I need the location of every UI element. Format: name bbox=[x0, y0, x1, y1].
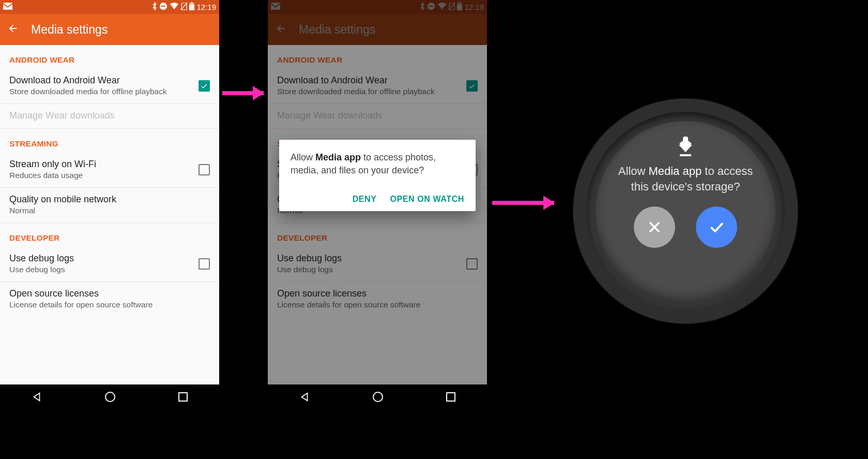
nav-recent-icon[interactable] bbox=[446, 392, 456, 404]
nav-back-icon[interactable] bbox=[31, 391, 42, 405]
row-subtitle: Store downloaded media for offline playb… bbox=[9, 87, 194, 96]
flow-arrow-1 bbox=[222, 91, 264, 95]
watch-dialog-message: Allow Media app to access this device's … bbox=[609, 164, 762, 194]
svg-rect-17 bbox=[447, 393, 455, 401]
row-title: Open source licenses bbox=[9, 288, 206, 299]
permission-dialog: Allow Media app to access photos, media,… bbox=[279, 140, 476, 211]
nav-home-icon[interactable] bbox=[372, 391, 384, 405]
battery-icon bbox=[189, 2, 194, 12]
row-subtitle: Normal bbox=[9, 206, 206, 215]
nav-home-icon[interactable] bbox=[104, 391, 116, 405]
section-header-developer: DEVELOPER bbox=[0, 223, 219, 247]
back-icon[interactable] bbox=[7, 23, 19, 36]
row-subtitle: Reduces data usage bbox=[9, 171, 194, 180]
row-debug-logs[interactable]: Use debug logs Use debug logs bbox=[0, 247, 219, 282]
gmail-icon bbox=[3, 3, 12, 11]
row-subtitle: License details for open source software bbox=[9, 300, 206, 309]
row-title: Stream only on Wi-Fi bbox=[9, 159, 194, 170]
row-title: Quality on mobile network bbox=[9, 194, 206, 205]
watch-deny-button[interactable] bbox=[634, 206, 675, 248]
nav-bar bbox=[268, 384, 487, 411]
row-title: Manage Wear downloads bbox=[9, 110, 206, 121]
dnd-icon bbox=[159, 2, 167, 12]
deny-button[interactable]: DENY bbox=[353, 195, 377, 204]
row-subtitle: Use debug logs bbox=[9, 265, 194, 274]
watch-bezel: Allow Media app to access this device's … bbox=[573, 98, 798, 324]
row-download-to-wear[interactable]: Download to Android Wear Store downloade… bbox=[0, 69, 219, 104]
checkbox-debug-logs[interactable] bbox=[199, 258, 210, 270]
svg-rect-4 bbox=[191, 2, 193, 3]
nav-recent-icon[interactable] bbox=[178, 392, 188, 404]
svg-point-7 bbox=[105, 392, 115, 402]
nav-back-icon[interactable] bbox=[299, 391, 310, 405]
nosim-icon bbox=[181, 3, 187, 12]
section-header-streaming: STREAMING bbox=[0, 129, 219, 153]
row-quality-mobile[interactable]: Quality on mobile network Normal bbox=[0, 188, 219, 223]
row-title: Download to Android Wear bbox=[9, 75, 194, 86]
bluetooth-icon bbox=[152, 2, 157, 12]
row-title: Use debug logs bbox=[9, 253, 194, 264]
nav-bar bbox=[0, 384, 219, 411]
watch-permission-screen: Allow Media app to access this device's … bbox=[573, 98, 798, 324]
page-title: Media settings bbox=[31, 23, 108, 37]
settings-list: ANDROID WEAR Download to Android Wear St… bbox=[0, 45, 219, 384]
svg-rect-18 bbox=[680, 154, 691, 156]
checkbox-stream-wifi[interactable] bbox=[199, 164, 210, 175]
status-bar: 12:19 bbox=[0, 0, 219, 14]
svg-rect-6 bbox=[189, 3, 194, 5]
row-open-source-licenses[interactable]: Open source licenses License details for… bbox=[0, 282, 219, 317]
svg-rect-2 bbox=[161, 6, 165, 7]
svg-rect-0 bbox=[3, 3, 12, 10]
dialog-message: Allow Media app to access photos, media,… bbox=[291, 151, 464, 177]
flow-arrow-2 bbox=[492, 201, 554, 205]
phone-permission-dialog-screen: 12:19 Media settings ANDROID WEAR Downlo… bbox=[268, 0, 487, 411]
download-icon bbox=[677, 137, 694, 159]
open-on-watch-button[interactable]: OPEN ON WATCH bbox=[390, 195, 464, 204]
row-manage-wear-downloads[interactable]: Manage Wear downloads bbox=[0, 104, 219, 129]
svg-rect-8 bbox=[179, 393, 187, 401]
wifi-icon bbox=[170, 3, 179, 11]
phone-settings-screen: 12:19 Media settings ANDROID WEAR Downlo… bbox=[0, 0, 219, 411]
checkbox-download-to-wear[interactable] bbox=[199, 80, 210, 92]
watch-allow-button[interactable] bbox=[696, 206, 737, 248]
clock-text: 12:19 bbox=[196, 3, 216, 11]
watch-face: Allow Media app to access this device's … bbox=[596, 121, 775, 301]
section-header-wear: ANDROID WEAR bbox=[0, 45, 219, 69]
app-bar: Media settings bbox=[0, 14, 219, 45]
row-stream-wifi[interactable]: Stream only on Wi-Fi Reduces data usage bbox=[0, 153, 219, 188]
svg-point-16 bbox=[373, 392, 383, 402]
